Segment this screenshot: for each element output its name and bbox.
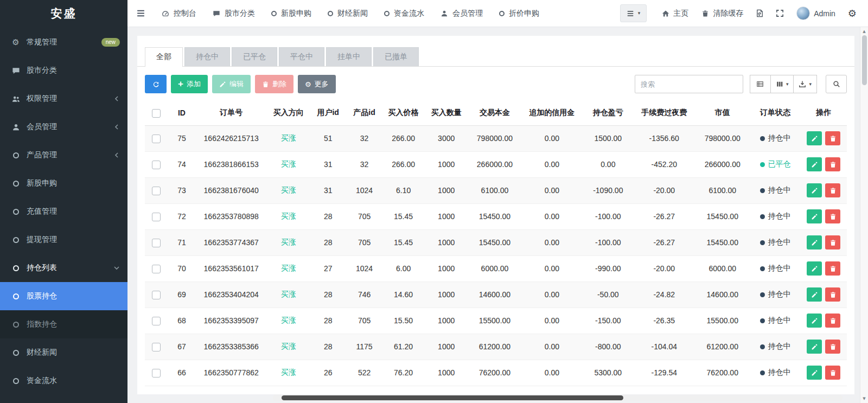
select-all-checkbox[interactable]: [152, 109, 161, 118]
scroll-up-arrow-icon[interactable]: ▲: [863, 27, 865, 35]
row-checkbox[interactable]: [152, 265, 161, 273]
tab-cancelled[interactable]: 已撤单: [373, 47, 419, 66]
row-checkbox[interactable]: [152, 369, 161, 378]
table-row[interactable]: 691662353404204买涨2874614.60100014600.000…: [145, 282, 847, 308]
row-checkbox[interactable]: [152, 291, 161, 299]
tab-closing[interactable]: 平仓中: [279, 47, 324, 66]
scroll-down-arrow-icon[interactable]: ▼: [863, 394, 865, 403]
horizontal-scrollbar-thumb[interactable]: [282, 395, 623, 400]
columns-dropdown-button[interactable]: ▾: [771, 75, 794, 93]
edit-button[interactable]: 编辑: [212, 75, 251, 93]
row-checkbox[interactable]: [152, 239, 161, 247]
row-edit-button[interactable]: [807, 183, 822, 197]
settings-button[interactable]: ⚙: [842, 0, 863, 27]
sidebar-item-withdraw[interactable]: 提现管理: [0, 226, 127, 254]
nav-item-members[interactable]: 会员管理: [432, 0, 491, 27]
table-row[interactable]: 721662353780898买涨2870515.45100015450.000…: [145, 203, 847, 229]
search-toggle-button[interactable]: [826, 75, 847, 93]
column-header-direction[interactable]: 买入方向: [267, 101, 310, 125]
nav-item-ipo[interactable]: 新股申购: [263, 0, 320, 27]
sidebar-item-general[interactable]: ⚙常规管理new: [0, 28, 127, 56]
nav-item-finance-news[interactable]: 财经新闻: [320, 0, 376, 27]
refresh-button[interactable]: [145, 75, 167, 93]
table-row[interactable]: 701662353561017买涨2710246.0010006000.000.…: [145, 255, 847, 282]
column-header-principal[interactable]: 交易本金: [468, 101, 521, 125]
row-edit-button[interactable]: [807, 366, 822, 380]
row-delete-button[interactable]: [825, 261, 840, 276]
vertical-scrollbar[interactable]: ▲ ▼: [860, 27, 868, 403]
column-header-buy-price[interactable]: 买入价格: [382, 101, 424, 125]
row-delete-button[interactable]: [825, 157, 840, 171]
sidebar-item-index-positions[interactable]: 指数持仓: [0, 310, 127, 338]
row-delete-button[interactable]: [825, 287, 840, 302]
row-delete-button[interactable]: [825, 340, 840, 354]
row-delete-button[interactable]: [825, 183, 840, 197]
language-button[interactable]: [750, 0, 770, 27]
row-edit-button[interactable]: [807, 235, 822, 250]
export-dropdown-button[interactable]: ▾: [794, 75, 817, 93]
column-header-fees[interactable]: 手续费过夜费: [633, 101, 695, 125]
search-input[interactable]: [635, 75, 743, 93]
column-header-pnl[interactable]: 持仓盈亏: [583, 101, 633, 125]
row-checkbox[interactable]: [152, 161, 161, 169]
row-edit-button[interactable]: [807, 157, 822, 171]
nav-item-discount-ipo[interactable]: 折价申购: [491, 0, 547, 27]
table-row[interactable]: 751662426215713买涨5132266.003000798000.00…: [145, 125, 847, 151]
sidebar-item-market-category[interactable]: 股市分类: [0, 56, 127, 85]
sidebar-toggle-button[interactable]: [127, 0, 154, 27]
row-delete-button[interactable]: [825, 209, 840, 223]
admin-profile-menu[interactable]: Admin: [790, 0, 842, 27]
sidebar-item-position-list[interactable]: 持仓列表: [0, 254, 127, 282]
more-button[interactable]: ⚙ 更多: [298, 75, 336, 93]
row-edit-button[interactable]: [807, 314, 822, 328]
nav-item-fund-flow[interactable]: 资金流水: [376, 0, 432, 27]
row-edit-button[interactable]: [807, 261, 822, 276]
nav-item-dashboard[interactable]: 控制台: [154, 0, 205, 27]
column-header-market-value[interactable]: 市值: [695, 101, 750, 125]
row-edit-button[interactable]: [807, 287, 822, 302]
column-header-credit[interactable]: 追加的信用金: [521, 101, 583, 125]
column-header-id[interactable]: ID: [168, 101, 196, 125]
column-header-actions[interactable]: 操作: [801, 101, 847, 125]
tab-pending[interactable]: 挂单中: [326, 47, 372, 66]
row-delete-button[interactable]: [825, 366, 840, 380]
sidebar-item-members[interactable]: 会员管理: [0, 113, 127, 141]
table-row[interactable]: 731662381676040买涨3110246.1010006100.000.…: [145, 177, 847, 203]
tab-holding[interactable]: 持仓中: [184, 47, 230, 66]
sidebar-item-recharge[interactable]: 充值管理: [0, 197, 127, 226]
row-checkbox[interactable]: [152, 213, 161, 221]
table-row[interactable]: 711662353774367买涨2870515.45100015450.000…: [145, 229, 847, 255]
row-checkbox[interactable]: [152, 187, 161, 195]
delete-button[interactable]: 删除: [255, 75, 293, 93]
row-edit-button[interactable]: [807, 340, 822, 354]
toggle-view-button[interactable]: [750, 75, 771, 93]
tab-closed[interactable]: 已平仓: [232, 47, 277, 66]
horizontal-scrollbar[interactable]: [273, 395, 843, 401]
column-header-status[interactable]: 订单状态: [750, 101, 800, 125]
tab-all[interactable]: 全部: [145, 47, 183, 66]
column-header-buy-qty[interactable]: 买入数量: [424, 101, 468, 125]
sidebar-item-products[interactable]: 产品管理: [0, 141, 127, 169]
nav-list-dropdown-button[interactable]: ▾: [620, 4, 647, 22]
row-delete-button[interactable]: [825, 131, 840, 145]
sidebar-item-ipo[interactable]: 新股申购: [0, 169, 127, 197]
table-row[interactable]: 671662353385366买涨28117561.20100061200.00…: [145, 334, 847, 360]
row-checkbox[interactable]: [152, 317, 161, 325]
row-delete-button[interactable]: [825, 314, 840, 328]
sidebar-item-finance-news[interactable]: 财经新闻: [0, 338, 127, 367]
clear-cache-link[interactable]: 清除缓存: [695, 0, 750, 27]
row-edit-button[interactable]: [807, 209, 822, 223]
row-delete-button[interactable]: [825, 235, 840, 250]
column-header-product-id[interactable]: 产品id: [346, 101, 382, 125]
vertical-scrollbar-thumb[interactable]: [862, 35, 867, 85]
add-button[interactable]: + 添加: [171, 75, 208, 93]
fullscreen-button[interactable]: [770, 0, 790, 27]
table-row[interactable]: 741662381866153买涨3132266.001000266000.00…: [145, 151, 847, 177]
column-header-user-id[interactable]: 用户id: [310, 101, 346, 125]
table-row[interactable]: 661662350777862买涨2652276.20100076200.000…: [145, 360, 847, 386]
sidebar-item-permissions[interactable]: 权限管理: [0, 85, 127, 113]
nav-item-market-category[interactable]: 股市分类: [205, 0, 263, 27]
row-checkbox[interactable]: [152, 135, 161, 143]
home-link[interactable]: 主页: [655, 0, 695, 27]
sidebar-item-stock-positions[interactable]: 股票持仓: [0, 282, 127, 310]
